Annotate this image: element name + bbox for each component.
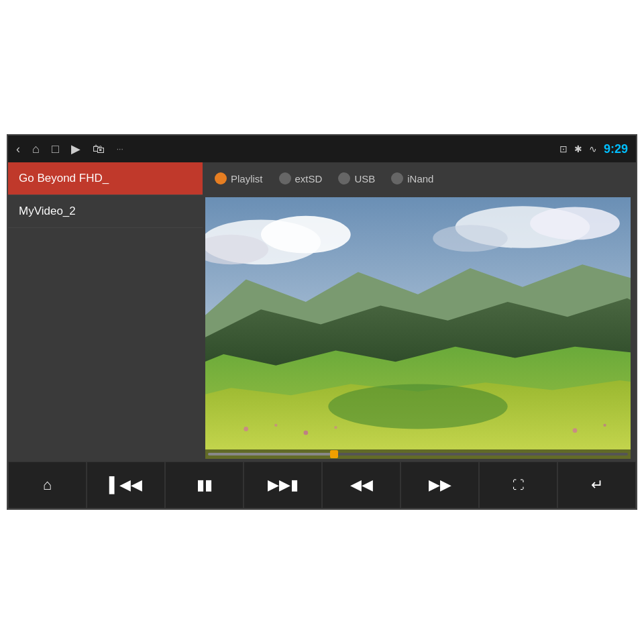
- svg-point-5: [530, 207, 620, 239]
- video-thumbnail: [205, 197, 631, 459]
- inand-dot: [391, 172, 403, 184]
- wifi-icon: ∿: [589, 144, 597, 154]
- svg-point-6: [433, 225, 507, 252]
- video-area: [205, 197, 631, 459]
- playlist-item-1[interactable]: Go Beyond FHD_: [8, 162, 203, 195]
- svg-point-13: [274, 424, 277, 427]
- back-button[interactable]: ↵: [557, 462, 636, 508]
- status-bar: ‹ ⌂ □ ▶ 🛍 ··· ⊡ ✱ ∿ 9:29: [8, 136, 636, 162]
- pause-button[interactable]: ▮▮: [165, 462, 244, 508]
- cast-icon: ⊡: [559, 144, 568, 154]
- svg-point-15: [334, 426, 337, 429]
- playlist-sidebar: Go Beyond FHD_ MyVideo_2: [8, 162, 203, 462]
- previous-button[interactable]: ▌◀◀: [87, 462, 165, 508]
- bottom-controls: ⌂ ▌◀◀ ▮▮ ▶▶▮ ◀◀ ▶▶ ⛶ ↵: [8, 462, 636, 508]
- svg-point-12: [244, 427, 248, 431]
- extsd-dot: [279, 172, 291, 184]
- fullscreen-button[interactable]: ⛶: [479, 462, 557, 508]
- playlist-dot: [215, 172, 227, 184]
- svg-point-17: [603, 424, 606, 427]
- extsd-label: extSD: [295, 173, 323, 184]
- seek-bar-container[interactable]: [205, 449, 631, 459]
- tab-inand[interactable]: iNand: [386, 170, 439, 187]
- svg-point-16: [573, 428, 578, 433]
- tab-extsd[interactable]: extSD: [274, 170, 328, 187]
- seek-bar-track[interactable]: [208, 453, 628, 455]
- status-right: ⊡ ✱ ∿ 9:29: [559, 142, 628, 156]
- fast-forward-button[interactable]: ▶▶: [400, 462, 479, 508]
- playlist-item-2[interactable]: MyVideo_2: [8, 195, 203, 228]
- tab-playlist[interactable]: Playlist: [209, 170, 268, 187]
- time-display: 9:29: [604, 142, 628, 156]
- svg-point-14: [304, 431, 309, 435]
- tab-usb[interactable]: USB: [333, 170, 380, 187]
- seek-thumb[interactable]: [330, 450, 338, 458]
- playlist-label: Playlist: [231, 173, 263, 184]
- home-icon[interactable]: ⌂: [32, 142, 40, 156]
- usb-label: USB: [354, 173, 375, 184]
- svg-point-2: [261, 216, 351, 254]
- source-tabs: Playlist extSD USB iNand: [203, 162, 636, 195]
- basket-icon[interactable]: 🛍: [93, 142, 105, 156]
- rewind-button[interactable]: ◀◀: [322, 462, 400, 508]
- back-icon[interactable]: ‹: [16, 142, 20, 156]
- usb-dot: [338, 172, 350, 184]
- home-button[interactable]: ⌂: [8, 462, 87, 508]
- recents-icon[interactable]: □: [52, 142, 59, 156]
- svg-point-11: [328, 384, 507, 429]
- camera-icon[interactable]: ▶: [71, 142, 80, 156]
- next-button[interactable]: ▶▶▮: [244, 462, 322, 508]
- main-content: Go Beyond FHD_ MyVideo_2 Playlist extSD …: [8, 162, 636, 462]
- dots-icon: ···: [117, 144, 123, 154]
- right-panel: Playlist extSD USB iNand: [203, 162, 636, 462]
- seek-bar-fill: [208, 453, 334, 455]
- navigation-icons: ‹ ⌂ □ ▶ 🛍 ···: [16, 142, 123, 156]
- inand-label: iNand: [407, 173, 433, 184]
- bluetooth-icon: ✱: [574, 144, 582, 154]
